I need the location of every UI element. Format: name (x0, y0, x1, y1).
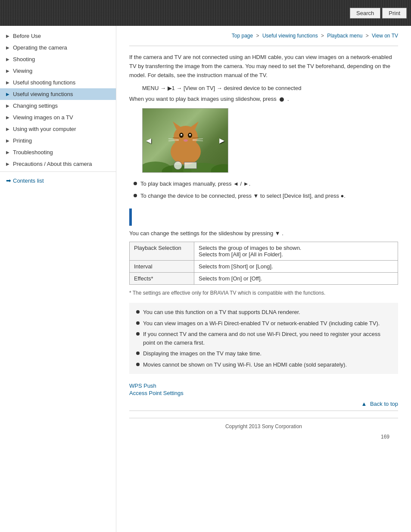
playback-instructions: To play back images manually, press ◄ / … (134, 180, 398, 200)
main-content: Top page > Useful viewing functions > Pl… (116, 26, 411, 532)
bullet-item-text: To change the device to be connected, pr… (140, 192, 346, 200)
sidebar-item-label: Viewing images on a TV (13, 114, 73, 121)
chevron-right-icon: ▶ (6, 80, 10, 85)
bullet-dot-icon (136, 321, 140, 325)
playback-icon (174, 161, 182, 170)
bullet-dot-icon (136, 332, 140, 336)
sidebar-item-viewing-tv[interactable]: ▶ Viewing images on a TV (0, 112, 116, 123)
chevron-right-icon: ▶ (6, 103, 10, 108)
chevron-right-icon: ▶ (6, 45, 10, 50)
asterisk-note: * The settings are effective only for BR… (129, 290, 398, 296)
note-item-text: You can use this function on a TV that s… (143, 308, 300, 317)
note-box: You can use this function on a TV that s… (129, 303, 398, 374)
image-next-arrow[interactable]: ► (218, 136, 226, 146)
contents-list-link[interactable]: ➡ Contents list (0, 174, 116, 187)
chevron-right-icon: ▶ (6, 92, 10, 96)
breadcrumb-playback-menu[interactable]: Playback menu (327, 33, 362, 39)
footer: Copyright 2013 Sony Corporation (129, 418, 398, 432)
chevron-right-icon: ▶ (6, 115, 10, 120)
footer-divider (129, 411, 398, 411)
slideshow-text: When you want to play back images using … (129, 96, 398, 102)
slideshow-text-content: When you want to play back images using … (129, 96, 277, 102)
sidebar-item-label: Operating the camera (13, 44, 67, 51)
bullet-item-manual: To play back images manually, press ◄ / … (134, 180, 398, 188)
bullet-dot-icon (136, 310, 140, 314)
sidebar-item-troubleshooting[interactable]: ▶ Troubleshooting (0, 146, 116, 158)
sidebar-item-label: Using with your computer (13, 126, 76, 132)
note-item-text: You can view images on a Wi-Fi Direct-en… (143, 319, 380, 328)
sidebar-item-operating[interactable]: ▶ Operating the camera (0, 42, 116, 53)
note-item-5: Movies cannot be shown on TV using Wi-Fi… (136, 361, 391, 369)
sidebar-item-useful-viewing[interactable]: ▶ Useful viewing functions (0, 88, 116, 100)
header-button-group: Search Print (350, 8, 407, 19)
breadcrumb-sep1: > (256, 33, 261, 39)
sidebar-item-shooting[interactable]: ▶ Shooting (0, 53, 116, 65)
header-divider (129, 46, 398, 46)
wps-push-link[interactable]: WPS Push (129, 383, 398, 389)
table-cell-value: Selects the group of images to be shown.… (194, 242, 398, 261)
bottom-links: WPS Push Access Point Settings (129, 383, 398, 396)
note-item-2: You can view images on a Wi-Fi Direct-en… (136, 319, 391, 328)
svg-point-7 (189, 134, 191, 136)
note-item-3: If you connect TV and the camera and do … (136, 330, 391, 347)
breadcrumb-sep2: > (321, 33, 325, 39)
back-to-top: ▲ Back to top (129, 401, 398, 407)
bullet-item-device: To change the device to be connected, pr… (134, 192, 398, 200)
header: Search Print (0, 0, 411, 26)
back-to-top-link[interactable]: ▲ Back to top (361, 401, 398, 407)
contents-list-label: Contents list (13, 177, 44, 184)
chevron-right-icon: ▶ (6, 68, 10, 73)
access-point-link[interactable]: Access Point Settings (129, 390, 398, 396)
sidebar-item-before-use[interactable]: ▶ Before Use (0, 30, 116, 42)
page-layout: ▶ Before Use ▶ Operating the camera ▶ Sh… (0, 26, 411, 532)
sidebar-item-label: Useful shooting functions (13, 79, 75, 86)
chevron-right-icon: ▶ (6, 150, 10, 155)
bullet-dot-icon (136, 352, 140, 355)
table-cell-label: Playback Selection (130, 242, 194, 261)
table-cell-value: Selects from [Short] or [Long]. (194, 261, 398, 273)
table-cell-label: Effects* (130, 273, 194, 285)
sidebar-divider (0, 171, 116, 172)
blue-bar-section (129, 208, 398, 226)
sidebar-item-viewing[interactable]: ▶ Viewing (0, 65, 116, 77)
bullet-dot-icon (134, 194, 137, 197)
sidebar-item-precautions[interactable]: ▶ Precautions / About this camera (0, 158, 116, 170)
settings-table: Playback Selection Selects the group of … (129, 242, 398, 285)
svg-point-8 (184, 139, 188, 142)
back-to-top-label: Back to top (370, 401, 398, 407)
bullet-item-text: To play back images manually, press ◄ / … (140, 180, 250, 188)
breadcrumb: Top page > Useful viewing functions > Pl… (129, 33, 398, 39)
bullet-dot-icon (134, 182, 137, 185)
sidebar-item-label: Shooting (13, 56, 35, 62)
print-button[interactable]: Print (382, 8, 407, 19)
sidebar-item-printing[interactable]: ▶ Printing (0, 135, 116, 146)
camera-preview-image: ◄ ► (142, 108, 228, 173)
breadcrumb-top-page[interactable]: Top page (232, 33, 253, 39)
chevron-right-icon: ▶ (6, 127, 10, 131)
note-item-text: Displaying the images on the TV may take… (143, 349, 262, 358)
table-cell-label: Interval (130, 261, 194, 273)
chevron-right-icon: ▶ (6, 34, 10, 38)
sidebar-item-label: Useful viewing functions (13, 91, 73, 97)
sidebar-item-label: Troubleshooting (13, 149, 53, 156)
copyright-text: Copyright 2013 Sony Corporation (225, 423, 302, 429)
sidebar-item-changing-settings[interactable]: ▶ Changing settings (0, 100, 116, 112)
breadcrumb-view-on-tv[interactable]: View on TV (372, 33, 398, 39)
menu-path: MENU → ▶1 → [View on TV] → desired devic… (142, 85, 398, 91)
sidebar-item-label: Changing settings (13, 103, 58, 109)
svg-point-6 (181, 134, 182, 136)
svg-point-1 (174, 126, 198, 147)
image-prev-arrow[interactable]: ◄ (144, 136, 153, 146)
table-row: Interval Selects from [Short] or [Long]. (130, 261, 398, 273)
search-button[interactable]: Search (350, 8, 380, 19)
page-number: 169 (129, 434, 398, 440)
breadcrumb-useful-viewing[interactable]: Useful viewing functions (262, 33, 318, 39)
sidebar-item-useful-shooting[interactable]: ▶ Useful shooting functions (0, 77, 116, 88)
breadcrumb-sep3: > (366, 33, 370, 39)
chevron-right-icon: ▶ (6, 138, 10, 143)
table-row: Effects* Selects from [On] or [Off]. (130, 273, 398, 285)
sidebar: ▶ Before Use ▶ Operating the camera ▶ Sh… (0, 26, 116, 532)
note-item-4: Displaying the images on the TV may take… (136, 349, 391, 358)
sidebar-item-using-computer[interactable]: ▶ Using with your computer (0, 123, 116, 135)
image-overlay-bar (174, 161, 197, 170)
